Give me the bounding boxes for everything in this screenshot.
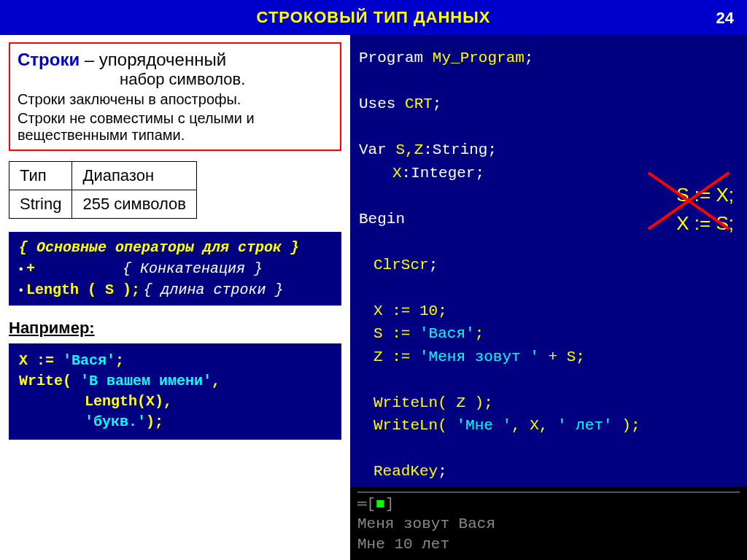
table-cell-type: String (9, 190, 72, 219)
range-table: Тип Диапазон String 255 символов (9, 161, 197, 219)
left-column: Строки – упорядоченный набор символов. С… (0, 35, 350, 560)
code-line: Z := 'Меня зовут ' + S; (359, 346, 738, 369)
page-title: СТРОКОВЫЙ ТИП ДАННЫХ (257, 8, 491, 27)
table-header-type: Тип (9, 162, 72, 190)
operators-title: { Основные операторы для строк } (19, 239, 331, 256)
code-line: Write( 'В вашем имени', (19, 371, 331, 392)
definition-sub1: Строки заключены в апострофы. (18, 91, 333, 108)
definition-box: Строки – упорядоченный набор символов. С… (9, 42, 341, 151)
code-panel: Program My_Program; Uses CRT; Var S,Z:St… (350, 35, 747, 560)
code-line: WriteLn( 'Мне ', X, ' лет' ); (359, 414, 738, 438)
table-cell-range: 255 символов (72, 190, 196, 219)
slide-content: Строки – упорядоченный набор символов. С… (0, 35, 747, 560)
page-number: 24 (716, 9, 734, 28)
code-line: WriteLn( Z ); (359, 392, 738, 415)
code-line: Var S,Z:String; (359, 139, 738, 162)
code-line: Program My_Program; (359, 47, 738, 70)
operator-line: • +{ Конкатенация } (19, 260, 331, 277)
definition-line1: Строки – упорядоченный (18, 50, 333, 70)
code-line: S := 'Вася'; (359, 322, 738, 346)
cross-icon (638, 172, 740, 228)
definition-sub2: Строки не совместимы с целыми и веществе… (18, 110, 333, 144)
output-console: ═[■] Меня зовут Вася Мне 10 лет (350, 487, 747, 560)
code-line: ReadKey; (359, 460, 738, 483)
definition-line2: набор символов. (18, 70, 333, 89)
table-row: Тип Диапазон (9, 162, 197, 190)
table-row: String 255 символов (9, 190, 197, 219)
output-line: Мне 10 лет (357, 534, 740, 554)
code-line: 'букв.'); (19, 412, 331, 432)
example-label: Например: (9, 319, 341, 338)
code-line: X := 10; (359, 300, 738, 323)
output-marker: ═[■] (357, 494, 740, 514)
code-line: ClrScr; (359, 254, 738, 277)
output-line: Меня зовут Вася (357, 514, 740, 534)
code-line: Length(X), (19, 392, 331, 412)
term: Строки (18, 50, 80, 69)
slide-header: СТРОКОВЫЙ ТИП ДАННЫХ 24 (0, 0, 747, 35)
code-line: X := 'Вася'; (19, 351, 331, 371)
operators-box: { Основные операторы для строк } • +{ Ко… (9, 232, 341, 306)
code-line: Uses CRT; (359, 93, 738, 116)
operator-line: • Length ( S ); { длина строки } (19, 281, 331, 298)
example-code-box: X := 'Вася'; Write( 'В вашем имени', Len… (9, 343, 341, 440)
table-header-range: Диапазон (72, 162, 196, 190)
